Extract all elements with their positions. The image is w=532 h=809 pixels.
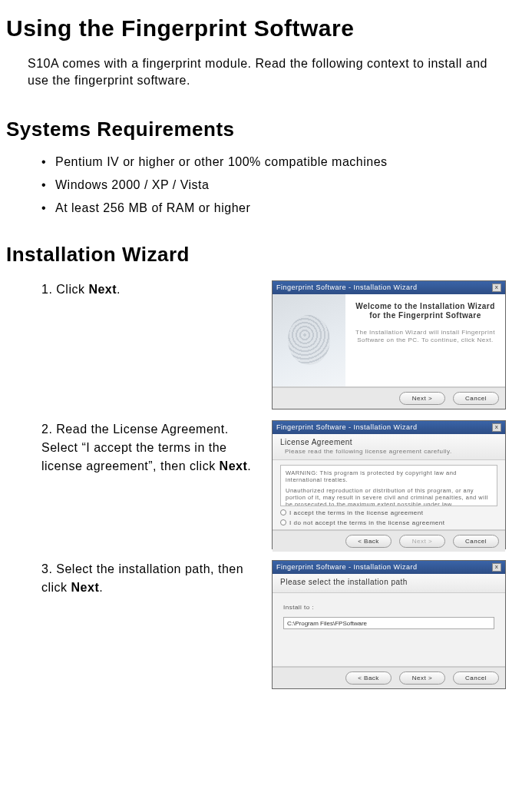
radio-accept[interactable]: I accept the terms in the license agreem… — [280, 509, 497, 516]
dialog-body: Welcome to the Installation Wizard for t… — [273, 294, 505, 387]
welcome-title: Welcome to the Installation Wizard for t… — [353, 302, 497, 321]
radio-decline[interactable]: I do not accept the terms in the license… — [280, 519, 497, 526]
step-row-3: 3. Select the installation path, then cl… — [41, 560, 526, 689]
close-icon[interactable]: x — [492, 423, 501, 432]
step-2-text: 2. Read the License Agreement. Select “I… — [41, 420, 272, 476]
dialog-footer: Next > Cancel — [273, 387, 505, 409]
path-header-title: Please select the installation path — [280, 578, 497, 586]
radio-decline-label: I do not accept the terms in the license… — [289, 519, 444, 526]
requirements-list: Pentium IV or higher or other 100% compa… — [41, 155, 526, 215]
dialog-title-text: Fingerprint Software - Installation Wiza… — [276, 283, 418, 291]
step-1-number: 1. — [41, 283, 52, 296]
step-row-1: 1. Click Next. Fingerprint Software - In… — [41, 280, 526, 409]
back-button[interactable]: < Back — [345, 671, 392, 685]
close-icon[interactable]: x — [492, 563, 501, 572]
close-icon[interactable]: x — [492, 283, 501, 292]
back-button[interactable]: < Back — [345, 535, 392, 548]
requirements-heading: Systems Requirements — [6, 118, 526, 141]
step-2-pre: Read the License Agreement. Select “I ac… — [41, 423, 229, 472]
cancel-button[interactable]: Cancel — [453, 392, 499, 405]
step-1-text: 1. Click Next. — [41, 280, 272, 299]
license-line-1: WARNING: This program is protected by co… — [286, 469, 492, 484]
step-2-bold: Next — [220, 459, 248, 472]
step-row-2: 2. Read the License Agreement. Select “I… — [41, 420, 526, 549]
dialog-body: Please select the installation path Inst… — [273, 574, 505, 667]
step-3-bold: Next — [71, 581, 100, 594]
install-path-input[interactable] — [283, 617, 494, 629]
license-header-title: License Agreement — [280, 438, 497, 446]
dialog-footer: < Back Next > Cancel — [273, 667, 505, 688]
dialog-titlebar: Fingerprint Software - Installation Wiza… — [273, 421, 505, 434]
welcome-description: The Installation Wizard will install Fin… — [353, 329, 497, 345]
cancel-button[interactable]: Cancel — [453, 535, 499, 548]
step-1-pre: Click — [56, 283, 88, 296]
dialog-body: License Agreement Please read the follow… — [273, 434, 505, 530]
radio-accept-label: I accept the terms in the license agreem… — [289, 509, 423, 516]
radio-icon — [280, 519, 286, 526]
wizard-dialog-path: Fingerprint Software - Installation Wiza… — [272, 560, 506, 689]
next-button[interactable]: Next > — [399, 671, 445, 685]
fingerprint-icon — [288, 315, 330, 365]
intro-paragraph: S10A comes with a fingerprint module. Re… — [28, 55, 495, 90]
license-line-2: Unauthorized reproduction or distributio… — [286, 487, 492, 506]
wizard-dialog-license: Fingerprint Software - Installation Wiza… — [272, 420, 506, 549]
next-button[interactable]: Next > — [399, 392, 445, 405]
step-1-bold: Next — [88, 283, 117, 296]
step-2-number: 2. — [41, 423, 52, 436]
next-button[interactable]: Next > — [399, 535, 445, 548]
dialog-titlebar: Fingerprint Software - Installation Wiza… — [273, 561, 505, 574]
radio-icon — [280, 509, 286, 516]
cancel-button[interactable]: Cancel — [453, 671, 499, 685]
step-3-number: 3. — [41, 562, 52, 575]
requirement-item: Windows 2000 / XP / Vista — [41, 178, 526, 192]
license-header: License Agreement Please read the follow… — [273, 434, 505, 460]
dialog-footer: < Back Next > Cancel — [273, 530, 505, 552]
requirement-item: At least 256 MB of RAM or higher — [41, 201, 526, 215]
step-2-post: . — [247, 459, 251, 472]
welcome-panel: Welcome to the Installation Wizard for t… — [345, 294, 505, 386]
step-3-text: 3. Select the installation path, then cl… — [41, 560, 272, 597]
page-title: Using the Fingerprint Software — [6, 15, 526, 41]
license-header-sub: Please read the following license agreem… — [285, 448, 497, 455]
dialog-titlebar: Fingerprint Software - Installation Wiza… — [273, 281, 505, 294]
path-body: Install to : — [273, 593, 505, 666]
license-textbox[interactable]: WARNING: This program is protected by co… — [280, 465, 497, 506]
step-1-post: . — [117, 283, 121, 296]
dialog-title-text: Fingerprint Software - Installation Wiza… — [276, 563, 418, 571]
step-3-post: . — [99, 581, 103, 594]
wizard-dialog-welcome: Fingerprint Software - Installation Wiza… — [272, 280, 506, 409]
path-header: Please select the installation path — [273, 574, 505, 593]
fingerprint-graphic — [273, 294, 345, 386]
install-to-label: Install to : — [283, 604, 494, 611]
license-body: WARNING: This program is protected by co… — [273, 460, 505, 529]
wizard-heading: Installation Wizard — [6, 243, 526, 267]
requirement-item: Pentium IV or higher or other 100% compa… — [41, 155, 526, 169]
dialog-title-text: Fingerprint Software - Installation Wiza… — [276, 423, 418, 431]
